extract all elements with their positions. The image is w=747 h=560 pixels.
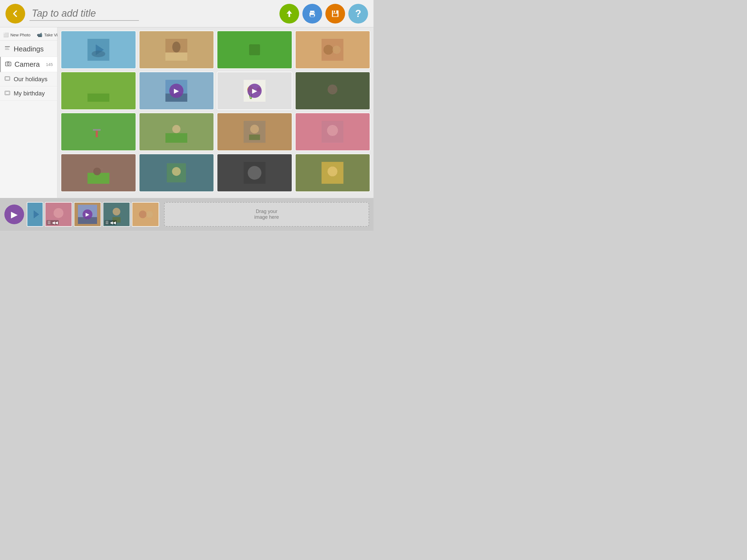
- photo-cell[interactable]: [295, 31, 370, 69]
- svg-point-59: [248, 166, 261, 180]
- svg-rect-9: [5, 46, 10, 47]
- photo-thumbnail: [295, 113, 370, 150]
- caption-icon: ☰: [105, 221, 109, 225]
- filmstrip-cell[interactable]: ☰ ◀◀: [103, 202, 130, 227]
- svg-rect-10: [5, 48, 9, 48]
- svg-point-29: [333, 46, 341, 54]
- svg-rect-41: [87, 121, 109, 143]
- svg-point-48: [250, 125, 259, 133]
- photo-cell[interactable]: ▶: [139, 72, 214, 110]
- svg-point-24: [172, 42, 180, 52]
- main-area: ⬜ New Photo 📹 Take Video Headings Camera…: [0, 27, 374, 198]
- sidebar-item-holidays[interactable]: Our holidays: [0, 72, 57, 86]
- photo-cell[interactable]: [139, 154, 214, 192]
- svg-rect-23: [165, 52, 187, 61]
- svg-point-65: [54, 208, 63, 218]
- photo-cell[interactable]: [295, 154, 370, 192]
- svg-point-51: [327, 125, 338, 136]
- svg-rect-8: [334, 11, 335, 12]
- caption-icon: ☰: [47, 221, 51, 225]
- new-photo-button[interactable]: ⬜ New Photo: [0, 29, 34, 40]
- svg-rect-4: [310, 11, 314, 12]
- photo-thumbnail: [139, 113, 214, 150]
- photo-thumbnail: [295, 72, 370, 109]
- photo-thumbnail: [61, 72, 136, 109]
- photo-thumbnail: [139, 31, 214, 68]
- filmstrip-thumbnail: [27, 203, 43, 226]
- drag-drop-zone[interactable]: Drag your image here: [164, 202, 369, 227]
- print-button[interactable]: [302, 4, 322, 24]
- svg-point-57: [172, 167, 181, 176]
- video-icon: 📹: [37, 32, 42, 37]
- photo-cell[interactable]: [139, 113, 214, 151]
- photo-cell[interactable]: [295, 113, 370, 151]
- sidebar-item-birthday[interactable]: My birthday: [0, 86, 57, 101]
- filmstrip-cell[interactable]: [132, 202, 159, 227]
- svg-rect-14: [7, 61, 9, 62]
- photo-cell[interactable]: [61, 113, 136, 151]
- save-button[interactable]: [325, 4, 345, 24]
- photo-thumbnail: [61, 31, 136, 68]
- svg-point-13: [7, 63, 9, 65]
- svg-rect-31: [87, 94, 109, 102]
- svg-rect-2: [310, 15, 314, 17]
- camera-icon: ⬜: [3, 32, 9, 37]
- play-button[interactable]: ▶: [4, 205, 24, 224]
- photo-cell[interactable]: [61, 154, 136, 192]
- birthday-label: My birthday: [14, 90, 45, 97]
- filmstrip-thumbnail: [132, 203, 159, 226]
- svg-point-54: [93, 168, 101, 175]
- svg-rect-26: [249, 44, 260, 55]
- photo-cell[interactable]: [217, 31, 292, 69]
- photo-thumbnail: [61, 154, 136, 192]
- header: ?: [0, 0, 374, 27]
- photo-cell[interactable]: [295, 72, 370, 110]
- filmstrip: ☰ ◀◀ ▶ ☰ ◀◀: [27, 202, 159, 227]
- photo-grid: ▶ ▶: [61, 31, 370, 192]
- photo-thumbnail: [217, 113, 292, 150]
- sidebar-item-camera[interactable]: Camera 145: [0, 57, 57, 72]
- photo-cell[interactable]: [139, 31, 214, 69]
- help-button[interactable]: ?: [349, 4, 368, 24]
- audio-icon: ◀◀: [52, 221, 58, 225]
- sidebar-item-headings[interactable]: Headings: [0, 42, 57, 57]
- sidebar-top-row: ⬜ New Photo 📹 Take Video: [0, 29, 57, 41]
- share-button[interactable]: [279, 4, 299, 24]
- photo-thumbnail: [217, 31, 292, 68]
- svg-point-28: [324, 45, 333, 55]
- audio-icon: ◀◀: [110, 221, 116, 225]
- svg-rect-7: [333, 14, 337, 17]
- filmstrip-icons: ☰ ◀◀: [104, 220, 117, 225]
- camera-count: 145: [46, 62, 53, 67]
- photo-cell[interactable]: [61, 31, 136, 69]
- new-photo-label: New Photo: [10, 32, 30, 37]
- photo-cell[interactable]: [61, 72, 136, 110]
- svg-rect-16: [5, 77, 9, 80]
- svg-rect-45: [165, 133, 187, 143]
- svg-point-21: [92, 51, 105, 57]
- back-button[interactable]: [5, 4, 25, 24]
- video-play-overlay: ▶: [169, 84, 183, 98]
- filmstrip-play-overlay: ▶: [83, 209, 93, 219]
- holidays-icon: [4, 75, 10, 83]
- photo-thumbnail: [217, 154, 292, 192]
- sidebar: ⬜ New Photo 📹 Take Video Headings Camera…: [0, 27, 57, 198]
- bottom-strip: ▶ ☰ ◀◀ ▶: [0, 198, 374, 231]
- svg-rect-43: [93, 129, 101, 131]
- svg-point-69: [113, 208, 120, 215]
- help-icon: ?: [355, 8, 361, 19]
- title-input[interactable]: [29, 6, 139, 21]
- svg-rect-18: [6, 92, 9, 94]
- photo-cell[interactable]: [217, 113, 292, 151]
- photo-cell[interactable]: [217, 154, 292, 192]
- svg-point-3: [314, 13, 315, 14]
- filmstrip-cell[interactable]: [27, 202, 43, 227]
- header-left: [5, 4, 275, 24]
- filmstrip-cell[interactable]: ▶: [74, 202, 101, 227]
- photo-thumbnail: [295, 154, 370, 192]
- svg-point-72: [139, 210, 147, 218]
- headings-icon: [4, 45, 10, 53]
- camera-roll-icon: [5, 61, 11, 68]
- photo-cell[interactable]: ▶: [217, 72, 292, 110]
- filmstrip-cell[interactable]: ☰ ◀◀: [45, 202, 72, 227]
